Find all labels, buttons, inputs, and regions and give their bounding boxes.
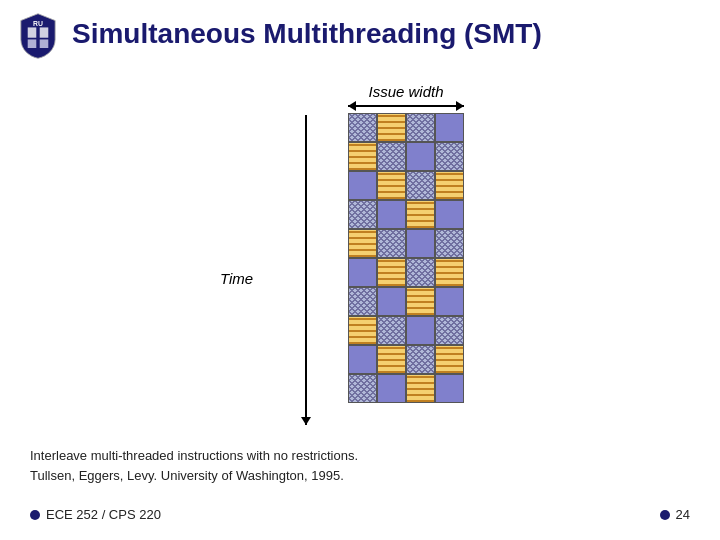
grid-cell: [435, 229, 464, 258]
grid-cell: [377, 142, 406, 171]
grid-cell: [435, 258, 464, 287]
grid-cell: [377, 316, 406, 345]
bullet-icon: [30, 510, 40, 520]
grid-cell: [377, 374, 406, 403]
grid-cell: [348, 316, 377, 345]
svg-rect-3: [40, 39, 49, 48]
grid-cell: [348, 142, 377, 171]
grid-cell: [406, 316, 435, 345]
grid-cell: [406, 287, 435, 316]
smt-grid: [348, 113, 464, 403]
grid-cell: [377, 345, 406, 374]
grid-cell: [377, 171, 406, 200]
grid-cell: [348, 345, 377, 374]
issue-width-arrow: [348, 100, 464, 112]
grid-row: [348, 113, 464, 142]
grid-cell: [406, 345, 435, 374]
grid-cell: [406, 171, 435, 200]
grid-row: [348, 258, 464, 287]
grid-row: [348, 287, 464, 316]
footer-description: Interleave multi-threaded instructions w…: [30, 446, 358, 485]
grid-cell: [348, 374, 377, 403]
bullet-icon-right: [660, 510, 670, 520]
grid-row: [348, 229, 464, 258]
grid-row: [348, 171, 464, 200]
grid-row: [348, 374, 464, 403]
grid-cell: [348, 113, 377, 142]
grid-cell: [406, 142, 435, 171]
grid-row: [348, 142, 464, 171]
grid-cell: [435, 171, 464, 200]
grid-cell: [406, 200, 435, 229]
time-label: Time: [220, 270, 253, 287]
grid-cell: [435, 316, 464, 345]
grid-cell: [435, 287, 464, 316]
grid-row: [348, 316, 464, 345]
svg-rect-1: [40, 27, 49, 37]
grid-cell: [406, 113, 435, 142]
grid-cell: [377, 200, 406, 229]
footer-left: ECE 252 / CPS 220: [30, 507, 161, 522]
grid-cell: [348, 287, 377, 316]
grid-cell: [348, 258, 377, 287]
grid-cell: [435, 142, 464, 171]
grid-cell: [435, 374, 464, 403]
page-title: Simultaneous Multithreading (SMT): [72, 18, 542, 50]
grid-cell: [348, 171, 377, 200]
grid-cell: [377, 229, 406, 258]
time-arrow: [305, 115, 307, 425]
grid-cell: [377, 287, 406, 316]
svg-rect-2: [28, 39, 37, 48]
grid-cell: [377, 113, 406, 142]
grid-cell: [435, 200, 464, 229]
svg-text:RU: RU: [33, 20, 43, 27]
grid-cell: [406, 258, 435, 287]
grid-row: [348, 200, 464, 229]
university-logo: RU: [14, 12, 62, 60]
grid-cell: [377, 258, 406, 287]
svg-rect-0: [28, 27, 37, 37]
grid-cell: [435, 345, 464, 374]
grid-cell: [348, 229, 377, 258]
grid-cell: [435, 113, 464, 142]
grid-cell: [406, 374, 435, 403]
grid-cell: [348, 200, 377, 229]
grid-row: [348, 345, 464, 374]
footer-right: 24: [660, 507, 690, 522]
grid-cell: [406, 229, 435, 258]
issue-width-label: Issue width: [350, 83, 462, 100]
